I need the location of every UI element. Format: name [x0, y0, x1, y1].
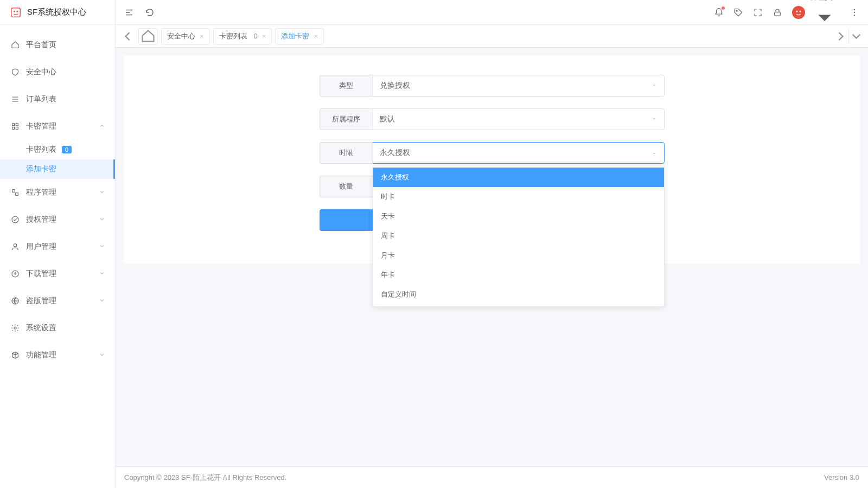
chevron-down-icon — [99, 351, 105, 359]
sidebar-item-orders[interactable]: 订单列表 — [0, 86, 115, 113]
shield-icon — [11, 68, 20, 76]
tab-card-list[interactable]: 卡密列表 0 × — [213, 28, 272, 44]
topbar: 管理员 — [116, 0, 868, 25]
sidebar-item-security[interactable]: 安全中心 — [0, 59, 115, 86]
more-icon[interactable] — [850, 8, 859, 17]
dropdown-option[interactable]: 天卡 — [373, 207, 664, 226]
sidebar-subitem-add-card[interactable]: 添加卡密 — [0, 159, 115, 179]
bell-icon[interactable] — [714, 8, 724, 17]
globe-icon — [11, 297, 20, 305]
caret-down-icon — [651, 81, 658, 90]
submenu-label: 添加卡密 — [26, 164, 56, 174]
menu-label: 平台首页 — [26, 40, 115, 50]
close-icon[interactable]: × — [262, 32, 266, 40]
chevron-down-icon — [99, 297, 105, 305]
sidebar-item-piracy-mgmt[interactable]: 盗版管理 — [0, 287, 115, 314]
menu-label: 程序管理 — [26, 188, 99, 197]
tab-label: 安全中心 — [167, 31, 195, 41]
menu-label: 安全中心 — [26, 67, 115, 77]
notification-dot — [722, 7, 725, 10]
tabs-scroll-right[interactable] — [833, 29, 848, 44]
tabs-bar: 安全中心 × 卡密列表 0 × 添加卡密 × — [116, 25, 868, 48]
dropdown-option[interactable]: 年卡 — [373, 265, 664, 285]
check-circle-icon — [11, 215, 20, 224]
svg-point-20 — [854, 11, 855, 12]
lock-icon[interactable] — [773, 8, 782, 17]
menu-label: 盗版管理 — [26, 296, 99, 306]
sidebar: SF系统授权中心 平台首页 安全中心 订单列表 卡密管理 卡密列表 — [0, 0, 116, 488]
dropdown-option[interactable]: 永久授权 — [373, 168, 664, 187]
user-name: 管理员 — [809, 0, 832, 1]
quantity-label: 数量 — [320, 176, 373, 197]
tag-icon[interactable] — [733, 8, 743, 17]
grid-icon — [11, 122, 20, 131]
close-icon[interactable]: × — [200, 32, 204, 40]
home-icon — [11, 41, 20, 49]
sidebar-item-auth-mgmt[interactable]: 授权管理 — [0, 206, 115, 233]
svg-point-10 — [14, 244, 16, 247]
fullscreen-icon[interactable] — [753, 8, 763, 17]
refresh-icon[interactable] — [145, 8, 155, 17]
app-title: SF系统授权中心 — [27, 7, 86, 17]
content-area: 类型 兑换授权 所属程序 默认 时限 — [116, 48, 868, 466]
close-icon[interactable]: × — [314, 32, 318, 40]
form-row-duration: 时限 永久授权 永久授权 时卡 天卡 周卡 月卡 年卡 自定义时间 — [320, 142, 665, 164]
tabs-dropdown[interactable] — [848, 29, 864, 44]
sidebar-item-card-mgmt[interactable]: 卡密管理 — [0, 113, 115, 140]
footer: Copyright © 2023 SF-陌上花开 All Rights Rese… — [116, 466, 868, 488]
duration-select[interactable]: 永久授权 — [373, 142, 665, 164]
type-value: 兑换授权 — [380, 81, 410, 91]
tabs-scroll-left[interactable] — [120, 29, 135, 44]
dropdown-option[interactable]: 月卡 — [373, 246, 664, 265]
svg-rect-8 — [16, 193, 18, 196]
copyright-text: Copyright © 2023 SF-陌上花开 All Rights Rese… — [124, 473, 824, 483]
duration-label: 时限 — [320, 142, 373, 164]
svg-point-9 — [12, 216, 18, 223]
sidebar-item-feature-mgmt[interactable]: 功能管理 — [0, 342, 115, 369]
tab-security[interactable]: 安全中心 × — [161, 28, 210, 44]
chevron-down-icon — [99, 269, 105, 278]
collapse-sidebar-icon[interactable] — [124, 8, 134, 17]
dropdown-option[interactable]: 周卡 — [373, 226, 664, 246]
svg-rect-4 — [16, 124, 18, 126]
svg-rect-6 — [16, 127, 18, 129]
tab-add-card[interactable]: 添加卡密 × — [275, 28, 324, 44]
sidebar-item-user-mgmt[interactable]: 用户管理 — [0, 233, 115, 260]
form-row-type: 类型 兑换授权 — [320, 75, 665, 97]
menu-label: 系统设置 — [26, 323, 115, 333]
svg-rect-5 — [12, 127, 15, 129]
add-card-form: 类型 兑换授权 所属程序 默认 时限 — [320, 75, 665, 231]
program-value: 默认 — [380, 114, 395, 124]
sidebar-item-system-settings[interactable]: 系统设置 — [0, 314, 115, 342]
apps-icon — [11, 188, 20, 197]
cube-icon — [11, 351, 20, 359]
duration-dropdown: 永久授权 时卡 天卡 周卡 月卡 年卡 自定义时间 — [373, 165, 665, 307]
type-select[interactable]: 兑换授权 — [373, 75, 665, 97]
tab-label: 添加卡密 — [281, 31, 309, 41]
menu-label: 卡密管理 — [26, 121, 99, 131]
dropdown-option[interactable]: 时卡 — [373, 187, 664, 207]
svg-point-16 — [793, 7, 805, 18]
version-text: Version 3.0 — [824, 473, 859, 481]
home-tab[interactable] — [138, 28, 158, 44]
logo-row: SF系统授权中心 — [0, 0, 115, 25]
sidebar-item-download-mgmt[interactable]: 下载管理 — [0, 260, 115, 287]
sidebar-menu: 平台首页 安全中心 订单列表 卡密管理 卡密列表 0 添加卡密 — [0, 25, 115, 488]
caret-down-icon — [651, 115, 658, 124]
duration-value: 永久授权 — [380, 148, 410, 158]
dropdown-option[interactable]: 自定义时间 — [373, 285, 664, 304]
svg-rect-0 — [11, 8, 21, 17]
svg-point-14 — [736, 10, 737, 11]
program-select[interactable]: 默认 — [373, 108, 665, 130]
form-card: 类型 兑换授权 所属程序 默认 时限 — [123, 55, 860, 264]
gear-icon — [11, 324, 20, 332]
svg-point-18 — [800, 10, 801, 12]
form-row-program: 所属程序 默认 — [320, 108, 665, 130]
sidebar-item-program-mgmt[interactable]: 程序管理 — [0, 179, 115, 206]
avatar[interactable] — [792, 6, 805, 19]
sidebar-subitem-card-list[interactable]: 卡密列表 0 — [0, 140, 115, 159]
download-icon — [11, 269, 20, 278]
count-badge: 0 — [62, 146, 72, 153]
list-icon — [11, 95, 20, 104]
sidebar-item-home[interactable]: 平台首页 — [0, 31, 115, 59]
